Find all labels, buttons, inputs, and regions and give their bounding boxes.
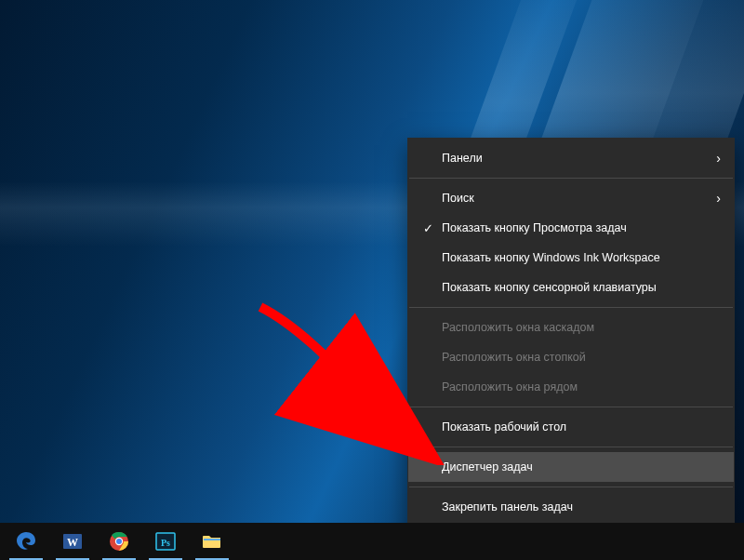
- taskbar-app-photoshop[interactable]: Ps: [143, 523, 188, 560]
- desktop[interactable]: Панели › Поиск › ✓ Показать кнопку Просм…: [0, 0, 744, 560]
- menu-item-label: Закрепить панель задач: [438, 500, 706, 513]
- menu-item-lock-taskbar[interactable]: Закрепить панель задач: [408, 492, 734, 522]
- taskbar-app-edge[interactable]: [4, 523, 48, 560]
- menu-separator: [409, 407, 733, 407]
- svg-text:W: W: [67, 536, 78, 549]
- folder-icon: [200, 529, 224, 553]
- menu-item-label: Показать кнопку сенсорной клавиатуры: [438, 281, 706, 294]
- checkmark-icon: ✓: [418, 221, 438, 235]
- photoshop-icon: Ps: [153, 529, 178, 553]
- menu-item-label: Расположить окна каскадом: [438, 321, 706, 334]
- edge-icon: [14, 529, 38, 553]
- menu-item-toolbars[interactable]: Панели ›: [408, 143, 734, 173]
- menu-item-sidebyside: Расположить окна рядом: [408, 372, 734, 402]
- menu-separator: [409, 487, 733, 487]
- menu-item-label: Расположить окна рядом: [438, 380, 706, 393]
- menu-item-show-touchkbd[interactable]: Показать кнопку сенсорной клавиатуры: [408, 273, 734, 302]
- menu-item-show-taskview[interactable]: ✓ Показать кнопку Просмотра задач: [408, 213, 734, 243]
- menu-separator: [409, 178, 733, 179]
- menu-item-label: Показать кнопку Windows Ink Workspace: [438, 251, 706, 264]
- menu-item-task-manager[interactable]: Диспетчер задач: [408, 452, 734, 482]
- menu-item-show-desktop[interactable]: Показать рабочий стол: [408, 412, 734, 442]
- menu-separator: [409, 447, 733, 447]
- word-icon: W: [60, 529, 85, 553]
- menu-item-label: Показать кнопку Просмотра задач: [438, 221, 706, 234]
- menu-item-label: Диспетчер задач: [438, 460, 706, 473]
- chrome-icon: [107, 529, 131, 553]
- taskbar-app-chrome[interactable]: [97, 523, 141, 560]
- menu-item-stack: Расположить окна стопкой: [408, 342, 734, 372]
- svg-text:Ps: Ps: [161, 538, 170, 548]
- menu-item-label: Показать рабочий стол: [438, 420, 706, 433]
- taskbar[interactable]: W Ps: [0, 523, 744, 560]
- menu-item-label: Поиск: [438, 192, 706, 205]
- menu-separator: [409, 307, 733, 308]
- menu-item-label: Расположить окна стопкой: [438, 351, 706, 364]
- menu-item-search[interactable]: Поиск ›: [408, 183, 734, 213]
- menu-item-show-ink[interactable]: Показать кнопку Windows Ink Workspace: [408, 243, 734, 273]
- chevron-right-icon: ›: [706, 152, 721, 165]
- taskbar-context-menu: Панели › Поиск › ✓ Показать кнопку Просм…: [407, 138, 735, 557]
- taskbar-app-explorer[interactable]: [190, 523, 234, 560]
- menu-item-cascade: Расположить окна каскадом: [408, 313, 734, 342]
- menu-item-label: Панели: [438, 152, 706, 165]
- svg-point-6: [116, 539, 122, 544]
- taskbar-app-word[interactable]: W: [50, 523, 95, 560]
- chevron-right-icon: ›: [706, 192, 721, 205]
